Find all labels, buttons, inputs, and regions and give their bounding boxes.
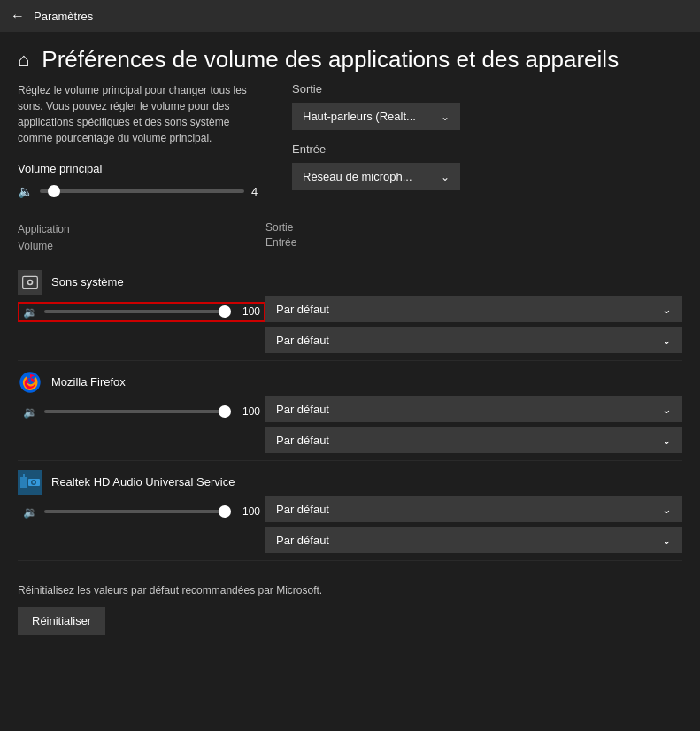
col-vol-label: Volume xyxy=(18,240,53,252)
app-volume-value: 100 xyxy=(238,405,260,418)
main-volume-label: Volume principal xyxy=(18,162,265,175)
left-column: Réglez le volume principal pour changer … xyxy=(18,82,265,203)
page-title: Préférences de volume des applications e… xyxy=(42,46,619,73)
svg-point-9 xyxy=(33,481,35,483)
col-input-label: Entrée xyxy=(265,235,682,250)
app-volume-row: 🔉 100 xyxy=(18,302,265,322)
app-right-0: Par défaut ⌄ Par défaut ⌄ xyxy=(265,270,682,353)
app-left-2: Realtek HD Audio Universal Service 🔉 100 xyxy=(18,470,265,522)
title-bar-title: Paramètres xyxy=(34,10,93,23)
page-header: ⌂ Préférences de volume des applications… xyxy=(0,32,700,82)
app-input-dropdown-1[interactable]: Par défaut ⌄ xyxy=(265,427,682,453)
app-volume-row: 🔉 100 xyxy=(18,502,265,522)
col-output-label: Sortie xyxy=(265,220,682,235)
reset-description: Réinitialisez les valeurs par défaut rec… xyxy=(18,584,682,596)
bottom-section: Réinitialisez les valeurs par défaut rec… xyxy=(0,563,700,635)
input-dropdown-value: Réseau de microph... xyxy=(303,170,412,183)
system-sounds-icon xyxy=(18,270,42,295)
app-input-dropdown-2[interactable]: Par défaut ⌄ xyxy=(265,527,682,553)
reset-button[interactable]: Réinitialiser xyxy=(18,607,105,635)
app-output-value: Par défaut xyxy=(276,503,329,516)
dropdown-chevron: ⌄ xyxy=(662,534,672,547)
app-speaker-icon: 🔉 xyxy=(23,405,37,419)
svg-rect-6 xyxy=(23,474,25,478)
app-output-value: Par défaut xyxy=(276,303,329,316)
output-dropdown-arrow: ⌄ xyxy=(441,111,450,123)
input-dropdown-arrow: ⌄ xyxy=(441,171,450,183)
output-dropdown-value: Haut-parleurs (Realt... xyxy=(303,110,416,123)
app-volume-slider[interactable] xyxy=(44,310,231,313)
app-input-value: Par défaut xyxy=(276,434,329,447)
app-row: Sons système 🔉 100 Par défaut ⌄ Par défa… xyxy=(18,263,682,361)
input-label: Entrée xyxy=(292,142,682,156)
app-name: Realtek HD Audio Universal Service xyxy=(51,475,235,489)
dropdown-chevron: ⌄ xyxy=(662,434,672,447)
app-left-0: Sons système 🔉 100 xyxy=(18,270,265,322)
app-col-header-left: Application Volume xyxy=(18,220,265,254)
app-row: Mozilla Firefox 🔉 100 Par défaut ⌄ Par d… xyxy=(18,363,682,461)
svg-point-2 xyxy=(28,281,31,283)
app-output-dropdown-2[interactable]: Par défaut ⌄ xyxy=(265,496,682,522)
app-volume-row: 🔉 100 xyxy=(18,402,265,422)
realtek-icon xyxy=(18,470,42,495)
input-dropdown[interactable]: Réseau de microph... ⌄ xyxy=(292,163,460,190)
svg-rect-5 xyxy=(20,477,27,488)
app-name: Mozilla Firefox xyxy=(51,375,126,389)
app-volume-value: 100 xyxy=(238,305,260,318)
title-bar: ← Paramètres xyxy=(0,0,700,32)
firefox-icon xyxy=(18,370,42,395)
apps-list: Sons système 🔉 100 Par défaut ⌄ Par défa… xyxy=(18,263,682,561)
back-button[interactable]: ← xyxy=(11,8,25,24)
main-volume-value: 4 xyxy=(251,185,265,198)
app-name-row: Mozilla Firefox xyxy=(18,370,265,395)
app-output-value: Par défaut xyxy=(276,403,329,416)
app-input-value: Par défaut xyxy=(276,334,329,347)
app-name-row: Sons système xyxy=(18,270,265,295)
app-right-1: Par défaut ⌄ Par défaut ⌄ xyxy=(265,370,682,453)
description-text: Réglez le volume principal pour changer … xyxy=(18,82,265,146)
dropdown-chevron: ⌄ xyxy=(662,303,672,316)
app-input-value: Par défaut xyxy=(276,534,329,547)
dropdown-chevron: ⌄ xyxy=(662,334,672,347)
right-column: Sortie Haut-parleurs (Realt... ⌄ Entrée … xyxy=(292,82,682,203)
app-output-dropdown-0[interactable]: Par défaut ⌄ xyxy=(265,296,682,322)
app-speaker-icon: 🔉 xyxy=(23,305,37,319)
app-left-1: Mozilla Firefox 🔉 100 xyxy=(18,370,265,422)
app-name: Sons système xyxy=(51,275,124,289)
apps-section: Application Volume Sortie Entrée Sons sy… xyxy=(0,220,700,561)
main-volume-slider-row: 🔈 4 xyxy=(18,184,265,198)
apps-header: Application Volume Sortie Entrée xyxy=(18,220,682,254)
dropdown-chevron: ⌄ xyxy=(662,403,672,416)
app-speaker-icon: 🔉 xyxy=(23,505,37,519)
main-volume-slider[interactable] xyxy=(40,189,244,193)
home-icon: ⌂ xyxy=(18,49,29,72)
app-right-2: Par défaut ⌄ Par défaut ⌄ xyxy=(265,470,682,553)
app-name-row: Realtek HD Audio Universal Service xyxy=(18,470,265,495)
output-dropdown[interactable]: Haut-parleurs (Realt... ⌄ xyxy=(292,103,460,130)
output-label: Sortie xyxy=(292,82,682,96)
app-output-dropdown-1[interactable]: Par défaut ⌄ xyxy=(265,396,682,422)
app-volume-slider[interactable] xyxy=(44,410,231,413)
dropdown-chevron: ⌄ xyxy=(662,503,672,516)
col-app-label: Application xyxy=(18,223,70,235)
app-volume-value: 100 xyxy=(238,505,260,518)
main-content: Réglez le volume principal pour changer … xyxy=(0,82,700,220)
app-row: Realtek HD Audio Universal Service 🔉 100… xyxy=(18,463,682,561)
speaker-icon: 🔈 xyxy=(18,184,33,198)
app-input-dropdown-0[interactable]: Par défaut ⌄ xyxy=(265,327,682,353)
app-col-header-right: Sortie Entrée xyxy=(265,220,682,254)
app-volume-slider[interactable] xyxy=(44,510,231,513)
